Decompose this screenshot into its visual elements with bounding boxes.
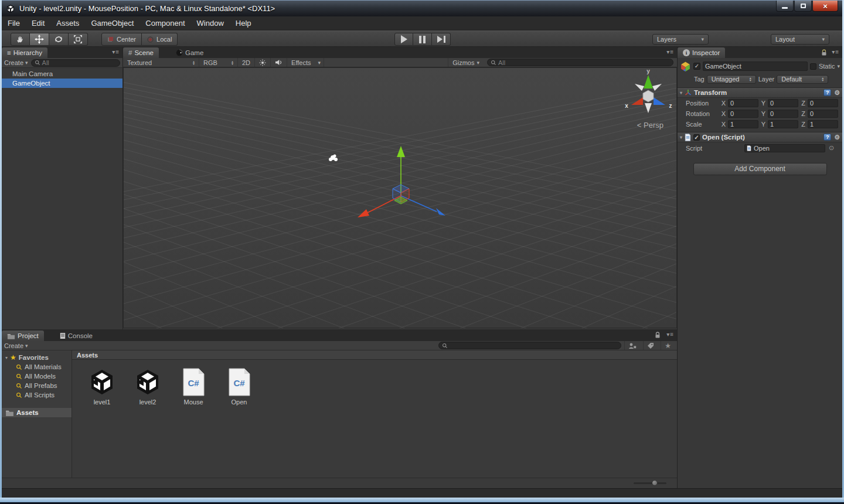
gear-icon[interactable]: ⚙ <box>834 89 840 97</box>
audio-toggle-button[interactable] <box>271 58 287 67</box>
orientation-toggle-button[interactable]: Local <box>142 33 178 46</box>
asset-level2[interactable]: level2 <box>131 368 165 406</box>
gizmos-dropdown[interactable]: Gizmos ▾ <box>448 58 484 67</box>
gizmo-y-axis-cone[interactable] <box>644 75 653 88</box>
transform-component-header[interactable]: ▾ Transform ? ⚙ <box>678 87 842 98</box>
gizmo-x-axis-cone[interactable] <box>631 97 643 105</box>
step-button[interactable] <box>432 33 451 46</box>
inspector-panel-menu-icon[interactable]: ▾≡ <box>832 49 839 55</box>
search-by-label-icon[interactable] <box>643 341 658 350</box>
search-by-type-icon[interactable] <box>624 341 640 350</box>
gear-icon[interactable]: ⚙ <box>834 134 840 141</box>
menu-gameobject[interactable]: GameObject <box>85 16 139 30</box>
hand-tool-button[interactable] <box>11 33 30 46</box>
script-object-field[interactable]: Open <box>744 144 825 152</box>
gizmo-z-axis-cone[interactable] <box>654 97 665 105</box>
object-picker-icon[interactable]: ⊙ <box>829 144 834 152</box>
tag-dropdown[interactable]: Untagged ▴▾ <box>707 75 756 84</box>
menu-window[interactable]: Window <box>191 16 230 30</box>
layer-dropdown[interactable]: Default ▴▾ <box>777 75 828 84</box>
menu-file[interactable]: File <box>2 16 26 30</box>
menu-assets[interactable]: Assets <box>50 16 85 30</box>
render-mode-dropdown[interactable]: Textured ▴▾ <box>123 58 199 67</box>
pivot-toggle-button[interactable]: Center <box>101 33 142 46</box>
hierarchy-item-gameobject[interactable]: GameObject <box>2 79 122 88</box>
scale-tool-button[interactable] <box>69 33 88 46</box>
static-dropdown-icon[interactable]: ▾ <box>837 63 840 69</box>
foldout-icon[interactable]: ▾ <box>680 90 682 96</box>
asset-mouse[interactable]: C# Mouse <box>176 368 210 406</box>
favorites-all-scripts[interactable]: All Scripts <box>2 390 72 400</box>
gizmo-x-arrow[interactable] <box>358 209 369 217</box>
assets-folder-item[interactable]: Assets <box>2 408 72 417</box>
effects-dropdown[interactable]: Effects <box>287 58 315 67</box>
hierarchy-panel-menu-icon[interactable]: ▾≡ <box>112 49 120 55</box>
gizmo-center-cube[interactable] <box>643 90 654 102</box>
tab-game[interactable]: Game <box>171 47 209 58</box>
foldout-icon: ▾ <box>5 355 8 360</box>
icon-zoom-slider[interactable] <box>634 482 666 484</box>
position-z-field[interactable] <box>808 99 838 107</box>
favorites-all-models[interactable]: All Models <box>2 372 72 381</box>
gameobject-active-checkbox[interactable]: ✓ <box>693 63 700 70</box>
asset-level1[interactable]: level1 <box>85 368 119 406</box>
tab-project[interactable]: Project <box>2 331 44 341</box>
script-component-header[interactable]: ▾ ✓ Open (Script) ? ⚙ <box>678 132 842 142</box>
hierarchy-item-main-camera[interactable]: Main Camera <box>2 69 122 79</box>
rotation-x-field[interactable] <box>728 110 758 118</box>
scene-search-input[interactable]: All <box>487 59 673 66</box>
help-icon[interactable]: ? <box>823 89 831 96</box>
static-checkbox[interactable] <box>810 63 816 70</box>
add-component-button[interactable]: Add Component <box>693 163 827 175</box>
tab-hierarchy[interactable]: ≡ Hierarchy <box>2 47 47 58</box>
play-button[interactable] <box>394 33 413 46</box>
scale-y-field[interactable] <box>768 120 798 128</box>
tab-console[interactable]: Console <box>55 331 98 341</box>
menu-edit[interactable]: Edit <box>26 16 50 30</box>
icon-zoom-slider-knob[interactable] <box>652 480 658 486</box>
close-button[interactable]: × <box>812 1 838 12</box>
title-bar[interactable]: Unity - level2.unity - MousePosition - P… <box>0 0 844 16</box>
layout-dropdown[interactable]: Layout ▾ <box>771 34 829 45</box>
favorites-root[interactable]: ▾ ★ Favorites <box>2 353 72 362</box>
favorite-search-icon[interactable]: ★ <box>661 341 675 350</box>
help-icon[interactable]: ? <box>823 134 831 141</box>
persp-mode-button[interactable]: < Persp <box>637 121 663 130</box>
menu-help[interactable]: Help <box>230 16 257 30</box>
gameobject-name-field[interactable] <box>703 62 808 71</box>
foldout-icon[interactable]: ▾ <box>680 135 682 140</box>
rotate-tool-button[interactable] <box>49 33 69 46</box>
project-create-button[interactable]: Create ▾ <box>4 342 28 349</box>
scene-panel-menu-icon[interactable]: ▾≡ <box>666 49 674 55</box>
rotation-z-field[interactable] <box>808 110 838 118</box>
favorites-all-prefabs[interactable]: All Prefabs <box>2 381 72 390</box>
lock-icon[interactable] <box>821 49 827 56</box>
project-search-input[interactable] <box>438 342 621 349</box>
layers-dropdown[interactable]: Layers ▾ <box>652 34 709 45</box>
pause-button[interactable] <box>413 33 432 46</box>
scene-object-sprite[interactable] <box>329 155 338 162</box>
effects-caret-button[interactable]: ▾ <box>315 58 325 67</box>
tab-inspector[interactable]: i Inspector <box>678 47 725 58</box>
position-x-field[interactable] <box>728 99 758 107</box>
lock-icon[interactable] <box>655 332 661 339</box>
scene-viewport[interactable]: y x z < Persp <box>123 67 677 328</box>
hierarchy-search-input[interactable]: All <box>31 59 120 67</box>
rotation-y-field[interactable] <box>768 110 798 118</box>
hierarchy-create-button[interactable]: Create ▾ <box>4 59 28 66</box>
maximize-button[interactable] <box>794 1 812 12</box>
project-panel-menu-icon[interactable]: ▾≡ <box>666 331 674 338</box>
channel-dropdown[interactable]: RGB ▴▾ <box>199 58 238 67</box>
menu-component[interactable]: Component <box>139 16 190 30</box>
tab-scene[interactable]: # Scene <box>123 47 159 58</box>
toggle-2d-button[interactable]: 2D <box>238 58 255 67</box>
scale-x-field[interactable] <box>728 120 758 128</box>
lighting-toggle-button[interactable] <box>255 58 271 67</box>
minimize-button[interactable] <box>776 1 794 12</box>
asset-open[interactable]: C# Open <box>222 368 256 406</box>
scale-z-field[interactable] <box>808 120 838 128</box>
move-tool-button[interactable] <box>30 33 49 46</box>
script-enabled-checkbox[interactable]: ✓ <box>693 134 700 141</box>
position-y-field[interactable] <box>768 99 798 107</box>
favorites-all-materials[interactable]: All Materials <box>2 362 72 372</box>
